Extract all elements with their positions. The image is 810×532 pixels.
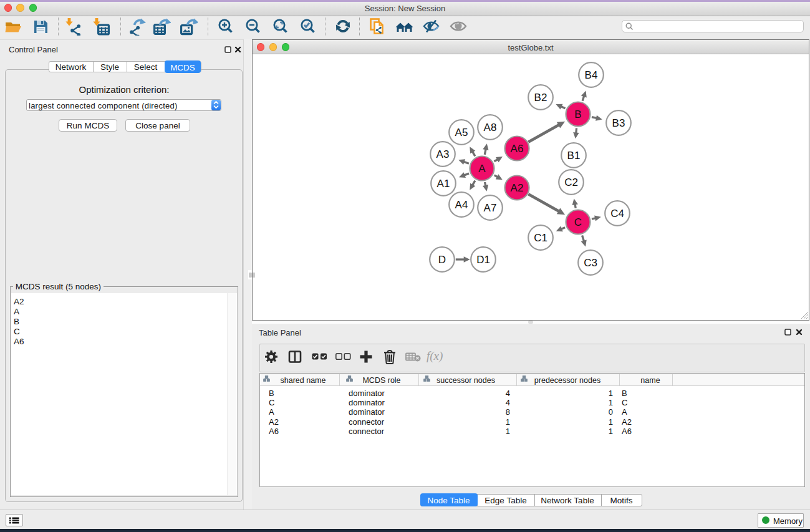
svg-text:C3: C3 [584, 257, 597, 269]
svg-text:C1: C1 [534, 232, 547, 244]
svg-text:A4: A4 [455, 199, 468, 211]
svg-text:B1: B1 [567, 150, 581, 162]
svg-text:C2: C2 [564, 177, 578, 188]
svg-text:A8: A8 [484, 122, 497, 133]
svg-text:B4: B4 [585, 69, 598, 81]
svg-text:A5: A5 [455, 127, 468, 138]
svg-text:A6: A6 [511, 143, 524, 155]
svg-text:B3: B3 [612, 117, 625, 129]
svg-text:A7: A7 [484, 202, 497, 214]
svg-text:A3: A3 [436, 148, 450, 160]
svg-text:A2: A2 [511, 182, 524, 194]
svg-text:B2: B2 [534, 92, 547, 104]
svg-text:A: A [478, 163, 486, 175]
svg-text:D: D [438, 254, 446, 266]
svg-text:B: B [574, 109, 581, 120]
svg-text:D1: D1 [476, 254, 490, 266]
svg-text:C: C [574, 216, 582, 228]
svg-text:C4: C4 [610, 208, 624, 220]
svg-text:A1: A1 [437, 178, 450, 190]
